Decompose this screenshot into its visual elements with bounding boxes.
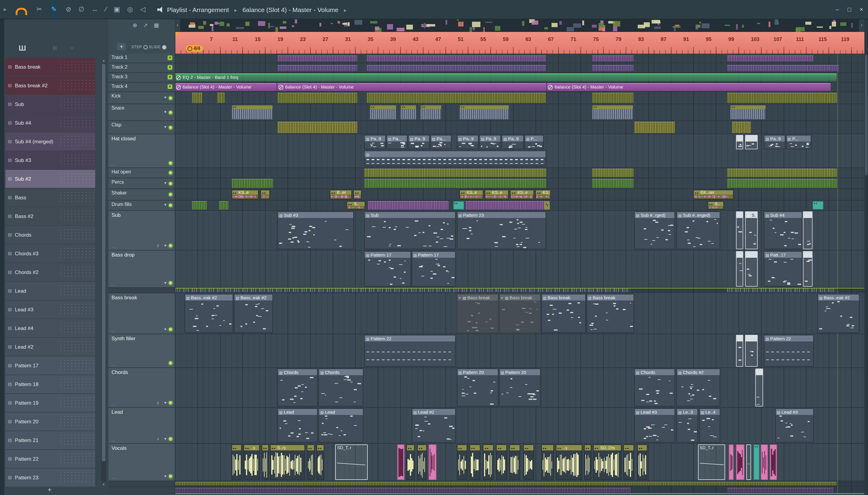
pattern-clip[interactable]: ▤ — [736, 211, 743, 249]
clip-header[interactable]: ▸▸ — [261, 190, 269, 194]
pattern-clip[interactable]: ▤Pattern 22 — [764, 335, 814, 367]
clip-header[interactable]: 6alance (Slot 4) - Master - Volume — [548, 84, 623, 90]
pattern-clip[interactable]: ▤Pattern 17 — [411, 251, 456, 287]
track-name[interactable]: Bass break — [112, 294, 137, 301]
clip-header[interactable]: ▤Lead #2 — [412, 409, 455, 415]
clip-header[interactable]: ▤Le..3 — [677, 409, 697, 415]
track-header-thin1[interactable] — [109, 288, 175, 293]
pattern-list-item[interactable]: ▤Pattern 18 — [5, 375, 95, 393]
clip-header[interactable]: ▸▸ — [232, 105, 272, 109]
clip-header[interactable]: ▤ — [756, 369, 763, 375]
breadcrumb-target[interactable]: 6alance (Slot 4) - Master - Volume — [242, 6, 339, 13]
clip-header[interactable]: ▤Lead #3 — [635, 409, 674, 415]
clip-header[interactable]: ▸▸KS..e — [232, 190, 258, 194]
clip-header[interactable]: ▸▸S.. — [708, 202, 723, 206]
clip-header[interactable]: ▸▸S..ry — [271, 445, 305, 450]
track-header-t2[interactable]: Track 2 — [109, 63, 175, 73]
clip-header[interactable]: ×▤Bass break — [457, 294, 497, 301]
add-pattern-button[interactable]: + — [48, 486, 51, 493]
drum-clip[interactable]: ▸▸ — [730, 105, 766, 120]
track-header-strip2[interactable] — [109, 487, 175, 494]
pattern-clip[interactable]: ▤Sub #..erged) — [676, 211, 720, 249]
pattern-list-item[interactable]: ▤Bass break #2 — [5, 76, 95, 95]
track-options[interactable]: ... — [112, 438, 115, 442]
clip-header[interactable]: ▤Chords — [319, 369, 363, 375]
audio-clip[interactable]: ▸▸ — [496, 444, 507, 480]
audio-clip[interactable]: ▸▸ — [316, 444, 324, 480]
audio-clip[interactable] — [736, 444, 745, 480]
instrument-note-icon[interactable]: ♪ — [157, 436, 159, 441]
track-name[interactable]: Chords — [112, 369, 128, 375]
track-header-t4[interactable]: Track 4 — [109, 83, 175, 92]
audio-clip[interactable]: ▸▸ — [624, 444, 634, 480]
maximize-button[interactable]: □ — [848, 6, 851, 13]
breadcrumb-view[interactable]: Playlist - Arrangement — [167, 6, 229, 13]
track-options[interactable]: ... — [112, 328, 115, 332]
mute-led[interactable] — [169, 361, 173, 365]
chevron-down-icon[interactable]: ▾ — [164, 124, 166, 129]
pattern-clip[interactable]: ▤Pa..9 — [457, 135, 479, 149]
clip-header[interactable]: 6alance (Slot 4) - Master - Volume — [176, 84, 251, 90]
pattern-clip[interactable]: ▤Sub — [364, 211, 456, 249]
mute-tool-icon[interactable]: ∅ — [78, 0, 84, 19]
pattern-clip[interactable]: ▤Pattern 22 — [364, 335, 456, 367]
track-header-sub[interactable]: Sub...♪▾ — [109, 211, 175, 251]
pattern-list-item[interactable]: ▤Pattern 20 — [5, 412, 95, 430]
clip-header[interactable]: ▤ — [746, 136, 757, 141]
clip-header[interactable]: ▤Bass..eak #2 — [185, 294, 233, 301]
audio-clip[interactable]: ▸▸KS..e — [231, 190, 259, 199]
pattern-clip[interactable]: ▤Sub #..rged) — [634, 211, 675, 249]
audio-clip[interactable]: ▸▸E..er — [330, 190, 352, 199]
clip-header[interactable]: ▤Lead — [278, 409, 317, 415]
audio-clip-selected[interactable] — [746, 444, 751, 480]
clip-header[interactable]: ▤Pa..9 — [764, 136, 785, 141]
drum-clip[interactable] — [366, 93, 546, 103]
clip-header[interactable]: ▤ — [737, 136, 743, 141]
pattern-list-item[interactable]: ▤Sub #3 — [5, 151, 95, 169]
drum-clip[interactable]: ▸▸ — [369, 105, 397, 120]
pattern-clip[interactable]: ▤ — [803, 251, 813, 287]
pattern-clip[interactable]: ▤Chords — [318, 369, 363, 407]
clip-header[interactable]: ▸▸..y — [556, 445, 582, 450]
drum-clip[interactable]: ▸▸ — [231, 105, 273, 120]
audio-clip[interactable]: ▸▸ — [813, 201, 823, 209]
zoom-tool-icon[interactable]: ◎ — [127, 0, 133, 19]
audio-clip[interactable] — [770, 444, 777, 480]
drum-clip[interactable] — [364, 169, 546, 177]
chevron-down-icon[interactable]: ▾ — [164, 327, 166, 332]
track-name[interactable]: Percs — [112, 180, 124, 185]
pattern-clip[interactable]: ▤ — [736, 335, 743, 367]
track-header-bdrop[interactable]: Bass drop...▾ — [109, 251, 175, 288]
chevron-down-icon[interactable]: ▾ — [164, 474, 166, 479]
pattern-clip[interactable]: ▤Bass..eak #2 — [184, 294, 233, 333]
slice-tool-icon[interactable]: ∕ — [105, 0, 107, 19]
add-track-button[interactable]: + — [117, 43, 126, 51]
clip-header[interactable]: ▸▸ — [731, 105, 766, 109]
clip-header[interactable]: ▤P... — [786, 136, 810, 141]
track-name[interactable]: Drum fills — [112, 202, 132, 207]
scrollbar-handle[interactable] — [102, 64, 105, 461]
audio-clip[interactable]: ▸▸ — [307, 444, 315, 480]
audio-clip[interactable]: ▸▸ — [262, 444, 269, 480]
drum-clip[interactable] — [727, 65, 839, 71]
clip-header[interactable]: ▤Chords — [278, 369, 317, 375]
pattern-clip[interactable]: ▤Pattern 23 — [457, 211, 546, 249]
audio-clip[interactable]: ▸▸ — [417, 444, 427, 480]
clip-header[interactable]: ▸▸KS..e — [486, 190, 508, 194]
track-name[interactable]: Kick — [112, 93, 120, 99]
pattern-clip[interactable]: ▤Chords #2 — [676, 369, 720, 407]
clip-header[interactable]: ▤Pa... — [387, 136, 407, 141]
clip-header[interactable]: ▸▸ — [232, 445, 241, 450]
drum-clip[interactable]: ▸▸ — [400, 105, 416, 120]
pattern-list-item[interactable]: ▤Pattern 17 — [5, 357, 95, 375]
drum-clip[interactable] — [277, 93, 357, 103]
mute-led[interactable] — [169, 475, 173, 478]
pattern-clip[interactable]: ▤Patt..17 — [764, 251, 802, 287]
drum-clip[interactable] — [366, 55, 546, 62]
audio-clip-selected[interactable]: SD_T..r — [335, 444, 367, 480]
clip-header[interactable]: ▤Chords #2 — [677, 369, 720, 375]
clip-header[interactable]: ▤Pa..9 — [365, 136, 385, 141]
chevron-down-icon[interactable]: ▾ — [164, 280, 166, 286]
lock-icon[interactable] — [167, 55, 173, 60]
audio-clip[interactable]: ▸▸EK..ser — [693, 190, 734, 199]
